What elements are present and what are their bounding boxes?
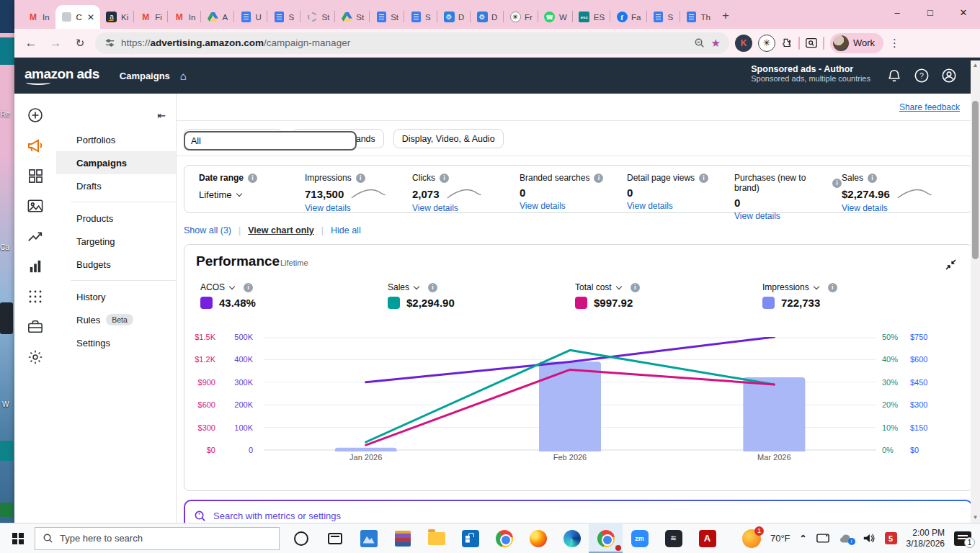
taskbar-clock[interactable]: 2:00 PM 3/18/2026 <box>906 528 945 549</box>
zoom-taskbar-icon[interactable]: zm <box>623 524 656 553</box>
cortana-taskbar-icon[interactable] <box>284 524 318 553</box>
chevron-down-icon[interactable] <box>615 283 621 289</box>
active-tab[interactable]: C✕ <box>55 5 100 29</box>
amazon-ads-logo[interactable]: amazon ads <box>24 66 99 85</box>
view-details-link[interactable]: View details <box>627 201 673 211</box>
tab[interactable]: MIn <box>22 5 55 29</box>
collapse-panel-icon[interactable]: ⇤ <box>157 109 166 121</box>
photos-taskbar-icon[interactable] <box>352 524 386 553</box>
tab[interactable]: U <box>234 5 267 29</box>
bar-Jan 2026[interactable] <box>335 448 397 451</box>
sidebar-item-portfolios[interactable]: Portfolios <box>56 128 176 151</box>
grid-icon[interactable] <box>27 167 44 184</box>
view-details-link[interactable]: View details <box>842 203 888 213</box>
tab[interactable]: MIn <box>168 5 202 29</box>
bar-Feb 2026[interactable] <box>539 361 601 451</box>
filter-chip[interactable]: Display, Video, & Audio <box>393 129 504 148</box>
dots-grid-icon[interactable] <box>27 288 44 305</box>
chevron-down-icon[interactable] <box>414 283 419 289</box>
desktop-icon[interactable] <box>0 441 13 461</box>
zoom-out-icon[interactable] <box>694 37 705 49</box>
bell-icon[interactable] <box>886 68 902 84</box>
desktop-icon[interactable] <box>0 503 13 517</box>
tab[interactable]: ⚙D <box>437 5 471 29</box>
info-icon[interactable]: i <box>440 174 449 183</box>
briefcase-icon[interactable] <box>27 318 44 336</box>
winrar-taskbar-icon[interactable] <box>386 524 419 553</box>
sidebar-item-campaigns[interactable]: Campaigns <box>56 151 176 174</box>
tab[interactable]: St <box>300 5 335 29</box>
acrobat-taskbar-icon[interactable]: A <box>690 524 724 553</box>
site-controls-icon[interactable] <box>104 37 115 49</box>
extensions-icon[interactable] <box>781 37 793 49</box>
tab[interactable]: aKi <box>100 5 134 29</box>
view-link[interactable]: Hide all <box>331 225 361 235</box>
taskbar-search[interactable]: Type here to search <box>35 527 280 550</box>
tab[interactable]: St <box>370 5 404 29</box>
chatgpt-extension-icon[interactable]: ✳ <box>758 35 775 52</box>
tab[interactable]: A <box>201 5 234 29</box>
tray-expand-icon[interactable]: ⌃ <box>800 534 807 544</box>
sidebar-item-budgets[interactable]: Budgets <box>56 253 176 276</box>
chevron-down-icon[interactable] <box>813 283 819 289</box>
sidebar-item-targeting[interactable]: Targeting <box>56 230 176 253</box>
chrome-taskbar-icon[interactable] <box>589 524 623 553</box>
forward-icon[interactable]: → <box>46 36 65 50</box>
minimize-button[interactable]: – <box>881 0 914 24</box>
tray-app-icon[interactable]: 5 <box>885 532 897 544</box>
view-details-link[interactable]: View details <box>412 203 458 213</box>
bar-chart-icon[interactable] <box>27 258 44 275</box>
reload-icon[interactable]: ↻ <box>71 37 89 50</box>
date-range-dropdown[interactable]: Lifetime <box>199 189 305 200</box>
tab[interactable]: St <box>335 5 370 29</box>
scroll-up-icon[interactable]: ▲ <box>973 60 979 71</box>
trend-icon[interactable] <box>27 228 44 245</box>
account-switcher[interactable]: Sponsored ads - Author Sponsored ads, mu… <box>751 64 870 83</box>
megaphone-icon[interactable] <box>27 137 44 154</box>
tab[interactable]: fFa <box>610 5 646 29</box>
tab[interactable]: ✳Fr <box>504 5 538 29</box>
view-link[interactable]: View chart only <box>248 225 313 235</box>
chrome-taskbar-icon[interactable] <box>487 524 521 553</box>
info-icon[interactable]: i <box>594 174 603 183</box>
info-icon[interactable]: i <box>868 174 877 183</box>
desktop-icon[interactable] <box>0 37 14 65</box>
cast-icon[interactable] <box>816 533 829 544</box>
page-scrollbar[interactable]: ▲ ▼ <box>971 60 980 523</box>
image-icon[interactable] <box>27 197 44 215</box>
tab[interactable]: MFi <box>134 5 168 29</box>
sidebar-item-history[interactable]: History <box>56 285 176 308</box>
home-icon[interactable]: ⌂ <box>180 70 187 82</box>
share-feedback-link[interactable]: Share feedback <box>899 102 960 112</box>
help-icon[interactable]: ? <box>914 68 930 84</box>
view-details-link[interactable]: View details <box>520 201 566 211</box>
maximize-button[interactable]: □ <box>914 0 947 24</box>
tab[interactable]: S <box>647 5 680 29</box>
sidebar-item-rules[interactable]: RulesBeta <box>56 308 176 331</box>
info-icon[interactable]: i <box>248 174 257 183</box>
close-tab-icon[interactable]: ✕ <box>87 12 94 22</box>
store-taskbar-icon[interactable] <box>453 524 487 553</box>
collapse-chart-icon[interactable] <box>945 259 956 270</box>
metrics-search-input[interactable] <box>213 511 963 521</box>
tab[interactable]: ⚙D <box>471 5 504 29</box>
sidebar-item-products[interactable]: Products <box>56 207 176 230</box>
tab[interactable]: Th <box>680 5 716 29</box>
extension-avatar-icon[interactable]: K <box>735 35 752 52</box>
tab[interactable]: escES <box>573 5 610 29</box>
chevron-down-icon[interactable] <box>229 283 235 289</box>
scrollbar-thumb[interactable] <box>972 101 979 259</box>
bookmark-star-icon[interactable]: ★ <box>711 37 721 50</box>
edge-taskbar-icon[interactable] <box>555 524 589 553</box>
tab[interactable]: S <box>267 5 300 29</box>
new-tab-button[interactable]: + <box>722 9 729 23</box>
filter-chip[interactable]: All <box>184 131 357 150</box>
tab[interactable]: S <box>404 5 437 29</box>
folder-taskbar-icon[interactable] <box>419 524 453 553</box>
tab[interactable]: ☎W <box>538 5 573 29</box>
sidebar-item-settings[interactable]: Settings <box>56 331 176 354</box>
sidebar-item-drafts[interactable]: Drafts <box>56 174 176 197</box>
address-bar[interactable]: https://advertising.amazon.com/campaign-… <box>95 32 729 54</box>
profile-chip[interactable]: Work <box>830 33 883 53</box>
account-icon[interactable] <box>941 68 957 84</box>
